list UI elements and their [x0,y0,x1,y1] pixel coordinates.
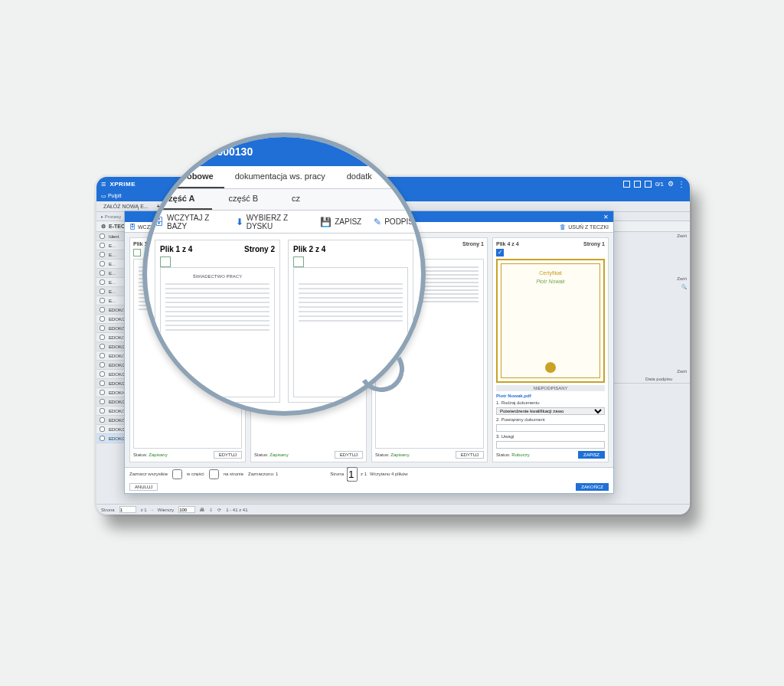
file-card-4: Plik 4 z 4Strony 1 Certyfikat Piotr Nowa… [492,237,609,462]
mag-tb-disk[interactable]: ⬇WYBIERZ Z DYSKU [236,214,309,230]
row-checkbox[interactable] [100,335,105,340]
row-checkbox[interactable] [100,298,105,303]
print-icon[interactable]: 🖶 [200,508,204,512]
statusbar: Strona z 1 ◦ Wierszy 🖶 ⇩ ⟳ 1 - 41 z 41 [96,504,690,514]
related-doc-input[interactable] [496,424,605,432]
row-checkbox[interactable] [100,270,105,276]
mag-tb-save[interactable]: 💾ZAPISZ [320,217,361,227]
sb-rows-input[interactable] [178,506,195,513]
badge-0-of-1: 0/1 [655,181,664,188]
card-checkbox[interactable] [133,249,141,256]
row-checkbox[interactable] [100,426,105,432]
tab-dokumentacja[interactable]: dokumentacja ws. pracy [224,166,336,188]
pulpit-tab[interactable]: Pulpit [101,193,121,199]
crumb[interactable]: Procesy [101,214,121,219]
unsigned-badge: NIEPODPISANY [496,385,605,391]
more-icon[interactable] [678,180,685,188]
mag-toolbar: 🗄WCZYTAJ Z BAZY ⬇WYBIERZ Z DYSKU 💾ZAPISZ… [147,211,421,234]
win-icon-3[interactable] [645,181,652,188]
row-checkbox[interactable] [100,371,105,377]
row-checkbox[interactable] [100,353,105,358]
mag-tb-db[interactable]: 🗄WCZYTAJ Z BAZY [155,214,224,230]
edit-button[interactable]: EDYTUJ [456,451,484,459]
gear-icon[interactable] [668,180,674,188]
row-checkbox[interactable] [100,408,105,413]
mag-tb-sign[interactable]: ✎PODPIS [374,217,413,227]
row-checkbox[interactable] [100,325,105,331]
page-input[interactable] [347,467,358,482]
menu-icon[interactable] [101,179,106,188]
file-link[interactable]: Piotr Nowak.pdf [496,394,531,398]
win-icon-1[interactable] [623,181,630,188]
edit-button[interactable]: EDYTUJ [335,451,363,459]
row-checkbox[interactable] [100,362,105,368]
in-part-checkbox[interactable] [209,469,219,479]
tab-czesc-b[interactable]: część B [212,189,276,210]
panel-gear-icon[interactable] [101,224,106,230]
notes-input[interactable] [496,441,605,449]
row-checkbox[interactable] [100,399,105,404]
tab-czesc-c[interactable]: cz [275,189,317,210]
tb-delete[interactable]: USUŃ Z TECZKI [560,224,609,230]
row-checkbox[interactable] [100,390,105,395]
row-checkbox[interactable] [100,307,105,312]
row-checkbox[interactable] [100,252,105,257]
mag-tabs-2: część A część B cz [147,189,421,211]
refresh-icon[interactable]: ⟳ [217,507,221,512]
mag-title: ka P Nowak/000130 [147,137,421,166]
row-checkbox[interactable] [100,261,105,266]
trash-icon [560,224,566,230]
brand: XPRIME [109,181,136,188]
row-checkbox[interactable] [100,234,105,239]
doc-type-select[interactable]: Potwierdzenie kwalifikacji zawo [496,407,605,415]
row-checkbox[interactable] [100,279,105,285]
finish-button[interactable]: ZAKOŃCZ [576,483,609,491]
row-checkbox[interactable] [100,243,105,248]
card-checkbox-checked[interactable] [496,249,504,256]
row-checkbox[interactable] [100,417,105,423]
cancel-button[interactable]: ANULUJ [129,483,158,491]
row-checkbox[interactable] [100,289,105,294]
sb-page-input[interactable] [119,506,136,513]
row-checkbox[interactable] [100,344,105,349]
row-checkbox[interactable] [100,381,105,386]
mag-tabs-1: akta osobowe dokumentacja ws. pracy doda… [147,166,421,189]
row-checkbox[interactable] [100,316,105,322]
export-icon[interactable]: ⇩ [209,507,213,512]
certificate-preview[interactable]: Certyfikat Piotr Nowak [496,259,605,383]
seal-icon [545,362,556,373]
modal-footer: Zaznacz wszystkie w części na stronie Za… [125,467,613,493]
row-checkbox[interactable] [100,436,105,441]
win-icon-2[interactable] [634,181,641,188]
mag-checkbox[interactable] [160,256,171,267]
save-button[interactable]: ZAPISZ [578,451,605,459]
database-icon [129,224,136,230]
close-icon[interactable] [603,214,609,220]
tab-dodatk[interactable]: dodatk [336,166,383,188]
tab-new[interactable]: ZAŁÓŻ NOWĄ E... [100,203,152,210]
edit-button[interactable]: EDYTUJ [214,451,242,459]
mag-checkbox[interactable] [293,256,304,267]
select-all-checkbox[interactable] [172,469,182,479]
